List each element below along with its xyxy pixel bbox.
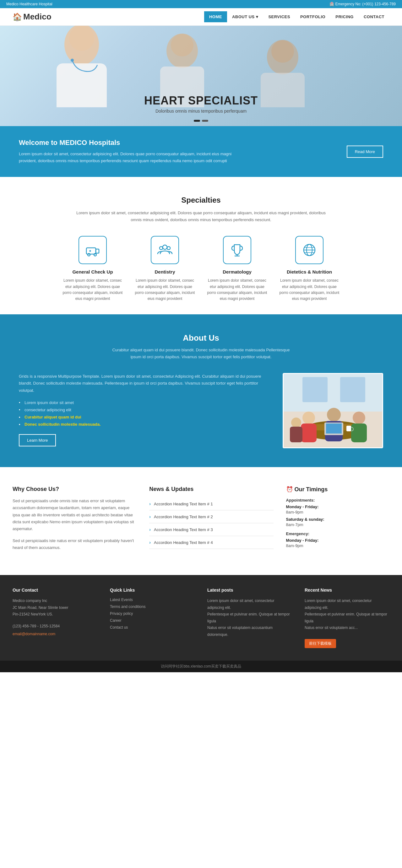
specialty-desc-dermatology: Lorem ipsum dolor sitamet, consec etur a… (206, 278, 268, 302)
about-list-item-3: Curabitur aliquet quam id dui (19, 415, 270, 420)
welcome-text: Welcome to MEDICO Hospitals Lorem ipsum … (19, 138, 334, 164)
specialty-icon-dermatology (223, 236, 251, 264)
trophy-icon (229, 242, 245, 258)
svg-rect-41 (326, 424, 342, 434)
footer-link-privacy[interactable]: Privacy policy (110, 611, 195, 616)
specialty-icon-dietetics (295, 236, 323, 264)
svg-point-38 (291, 417, 301, 428)
specialty-name-dermatology: Dermatology (206, 269, 268, 275)
svg-point-32 (303, 411, 315, 424)
hero-dot-1[interactable] (194, 120, 200, 122)
footer-link-career[interactable]: Career (110, 618, 195, 623)
footer-latest-detail: Natus error sit voluptatem accusantium d… (207, 625, 292, 638)
why-desc-2: Sed ut perspiciaatis iste natus error si… (12, 537, 137, 551)
footer-link-contact[interactable]: Contact us (110, 625, 195, 629)
specialties-title: Specialties (12, 196, 390, 205)
timings-day-1: Monday - Friday: (286, 504, 390, 509)
footer-email: email@domainname.com (12, 631, 97, 638)
nav-about[interactable]: ABOUT US ▾ (227, 11, 263, 22)
accordion-chevron-3: › (149, 527, 151, 532)
logo-icon: 🏠 (12, 12, 22, 21)
footer-latest-title: Latest posts (207, 588, 292, 593)
about-left: Grids is a responsive Multipurpose Templ… (19, 373, 270, 446)
specialties-desc: Lorem ipsum dolor sit amet, consectetur … (76, 210, 326, 223)
footer-company: Medico company Inc (12, 598, 97, 604)
footer-latest-sub: Pellentesque et pulvinar enim. Quisque a… (207, 611, 292, 625)
svg-point-17 (160, 247, 163, 250)
accordion-label-1: Accordion Heading Text Item # 1 (154, 502, 213, 506)
specialty-dietetics: Dietetics & Nutrition Lorem ipsum dolor … (278, 236, 341, 302)
about-section: About Us Curabitur aliquet quam id dui p… (0, 314, 402, 467)
learn-more-button[interactable]: Learn More (19, 434, 56, 446)
hero-subtitle: Doloribus omnis minus temporibus perferq… (144, 108, 258, 114)
footer-phone: (123) 456-789 - 1255-12584 (12, 623, 97, 630)
about-illustration (284, 374, 383, 448)
emergency-info: 🏥 Emergency No: (+001) 123-456-789 (329, 2, 396, 6)
svg-point-34 (327, 408, 341, 422)
accordion-item-4[interactable]: › Accordion Heading Text Item # 4 (149, 536, 273, 549)
footer-contact: Our Contact Medico company Inc JC Main R… (12, 588, 97, 648)
read-more-button[interactable]: Read More (347, 146, 383, 158)
globe-icon (302, 242, 317, 258)
hero-dot-2[interactable] (202, 120, 208, 122)
logo[interactable]: 🏠 Medico (12, 12, 52, 22)
svg-rect-33 (301, 424, 317, 442)
col-why: Why Choose Us? Sed ut perspiciaatis unde… (12, 486, 137, 556)
accordion-chevron-2: › (149, 514, 151, 519)
about-body: Grids is a responsive Multipurpose Templ… (19, 373, 270, 394)
col-timings: ⏰ Our Timings Appointments: Monday - Fri… (286, 486, 390, 551)
timings-emergency-day: Monday - Friday: (286, 538, 390, 543)
timings-title: ⏰ Our Timings (286, 486, 390, 493)
about-list-item-2: consectetur adipiscing elit (19, 407, 270, 412)
why-title: Why Choose Us? (12, 486, 137, 493)
accordion-item-3[interactable]: › Accordion Heading Text Item # 3 (149, 523, 273, 536)
svg-rect-28 (303, 377, 327, 402)
accordion-chevron-1: › (149, 501, 151, 506)
svg-rect-39 (290, 427, 303, 442)
svg-point-18 (167, 247, 170, 250)
footer-link-terms[interactable]: Terms and conditions (110, 604, 195, 609)
news-title: News & Updates (149, 486, 273, 493)
nav-home[interactable]: HOME (204, 11, 227, 22)
nav-portfolio[interactable]: PORTFOLIO (295, 11, 331, 22)
group-icon (157, 242, 173, 258)
svg-point-8 (271, 40, 294, 63)
about-list-item-4: Donec sollicitudin molestie malesuada. (19, 422, 270, 427)
svg-point-5 (171, 34, 194, 57)
download-template-button[interactable]: 前往下载模板 (305, 639, 336, 648)
footer-recent-sub: Pellentesque et pulvinar enim. Quisque a… (305, 611, 390, 625)
hero-dots (194, 120, 208, 122)
nav-pricing[interactable]: PRICING (331, 11, 358, 22)
footer-recent: Recent News Lorem ipsum dolor sit amet, … (305, 588, 390, 648)
specialties-grid: General Check Up Lorem ipsum dolor sitam… (12, 236, 390, 302)
svg-rect-29 (340, 377, 365, 402)
specialty-icon-general (79, 236, 107, 264)
emergency-icon: 🏥 (329, 2, 334, 6)
svg-point-16 (163, 245, 167, 249)
specialty-general: General Check Up Lorem ipsum dolor sitam… (61, 236, 124, 302)
copyright-text: 访问同学社区bbs.xIenlao.com买卖下载买卖真品 (161, 664, 241, 669)
specialty-desc-dietetics: Lorem ipsum dolor sitamet, consec etur a… (278, 278, 341, 302)
top-bar: Medico Healthcare Hospital 🏥 Emergency N… (0, 0, 402, 8)
hero-text: HEART SPECIALIST Doloribus omnis minus t… (144, 94, 258, 114)
accordion-chevron-4: › (149, 540, 151, 545)
hero-section: HEART SPECIALIST Doloribus omnis minus t… (0, 26, 402, 126)
nav-contact[interactable]: CONTACT (358, 11, 390, 22)
footer-latest: Latest posts Lorem ipsum dolor sit amet,… (207, 588, 292, 648)
svg-point-9 (71, 59, 74, 62)
footer-quicklinks: Quick Links Latest Events Terms and cond… (110, 588, 195, 648)
footer-link-events[interactable]: Latest Events (110, 598, 195, 602)
accordion-item-1[interactable]: › Accordion Heading Text Item # 1 (149, 498, 273, 510)
accordion-label-2: Accordion Heading Text Item # 2 (154, 515, 213, 519)
about-content: Grids is a responsive Multipurpose Templ… (19, 373, 383, 448)
svg-point-12 (88, 253, 90, 256)
svg-rect-27 (284, 374, 383, 411)
timings-title-text: Our Timings (295, 486, 328, 493)
accordion-item-2[interactable]: › Accordion Heading Text Item # 2 (149, 510, 273, 523)
nav-services[interactable]: SERVICES (263, 11, 295, 22)
about-title: About Us (19, 333, 383, 343)
about-image (283, 373, 383, 448)
timings-hours-1: 8am-9pm (286, 510, 390, 515)
welcome-desc: Lorem ipsum dolor sit amet, consectetur … (19, 151, 239, 164)
specialty-name-dietetics: Dietetics & Nutrition (278, 269, 341, 275)
